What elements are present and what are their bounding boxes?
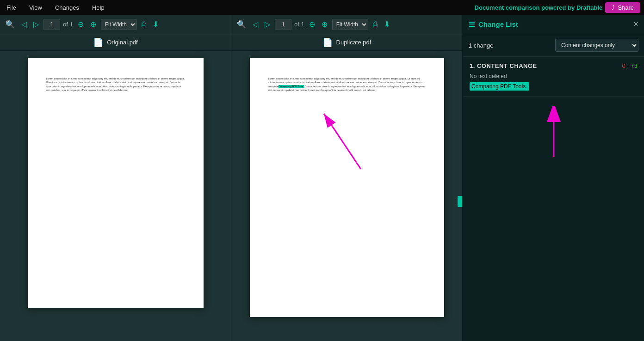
main-layout: 🔍 ◁ ▷ of 1 ⊖ ⊕ Fit Width Fit Page 100% ⎙… [0,15,644,341]
right-zoom-in-icon[interactable]: ⊕ [320,19,329,30]
change-deleted-text: No text deleted [470,73,638,79]
left-pdf-page: Lorem ipsum dolor sit amet, consectetur … [28,58,204,308]
menu-changes[interactable]: Changes [52,2,82,13]
right-pdf-icon: 📄 [322,37,333,48]
left-filename: Original.pdf [107,39,137,46]
change-panel-arrow [463,106,644,161]
change-item-header: 1. CONTENT CHANGE 0 | +3 [470,62,638,69]
right-fit-dropdown[interactable]: Fit Width Fit Page 100% [332,19,368,30]
annotation-arrow [296,95,389,178]
menu-help[interactable]: Help [89,2,107,13]
left-zoom-out-icon[interactable]: ⊖ [76,19,86,30]
right-download-icon[interactable]: ⬇ [382,19,392,30]
left-toolbar: 🔍 ◁ ▷ of 1 ⊖ ⊕ Fit Width Fit Page 100% ⎙… [0,15,231,34]
right-pdf-panel: 🔍 ◁ ▷ of 1 ⊖ ⊕ Fit Width Fit Page 100% ⎙… [231,15,463,341]
menubar-right: Document comparison powered by Draftable… [475,2,640,13]
up-arrow-icon [545,106,563,161]
right-prev-icon[interactable]: ◁ [251,19,260,30]
count-separator: | [627,62,629,69]
change-indicator [458,196,462,207]
left-page-input[interactable] [43,19,60,30]
left-next-icon[interactable]: ▷ [31,19,41,30]
left-print-icon[interactable]: ⎙ [140,19,148,30]
menu-items: File View Changes Help [4,2,107,13]
left-search-icon[interactable]: 🔍 [4,19,17,30]
filter-dropdown[interactable]: Content changes only All changes Style c… [555,39,638,52]
right-zoom-out-icon[interactable]: ⊖ [307,19,317,30]
right-next-icon[interactable]: ▷ [263,19,272,30]
right-pdf-content: Lorem ipsum dolor sit amet, consectetur … [231,51,462,341]
change-panel-header: ☰ Change List × [463,15,644,34]
added-count: +3 [631,62,638,69]
right-of-pages: of 1 [294,21,304,28]
change-list-panel: ☰ Change List × 1 change Content changes… [463,15,644,341]
change-item-title: 1. CONTENT CHANGE [470,62,537,69]
left-download-icon[interactable]: ⬇ [151,19,161,30]
left-lorem-text: Lorem ipsum dolor sit amet, consectetur … [46,77,185,92]
menu-view[interactable]: View [26,2,45,13]
left-pdf-content: Lorem ipsum dolor sit amet, consectetur … [0,51,231,341]
left-fit-dropdown[interactable]: Fit Width Fit Page 100% [101,19,137,30]
list-icon: ☰ [469,20,475,29]
left-pdf-header: 📄 Original.pdf [0,34,231,51]
change-panel-title: ☰ Change List [469,20,518,29]
right-filename: Duplicate.pdf [336,39,372,46]
left-pdf-icon: 📄 [93,37,103,48]
right-pdf-header: 📄 Duplicate.pdf [231,34,462,51]
right-pdf-page: Lorem ipsum dolor sit amet, consectetur … [250,58,444,317]
right-lorem-text: Lorem ipsum dolor sit amet, consectetur … [268,77,426,92]
change-filter-row: 1 change Content changes only All change… [463,34,644,57]
right-print-icon[interactable]: ⎙ [371,19,379,30]
left-zoom-in-icon[interactable]: ⊕ [88,19,98,30]
svg-line-1 [324,114,361,169]
right-toolbar: 🔍 ◁ ▷ of 1 ⊖ ⊕ Fit Width Fit Page 100% ⎙… [231,15,462,34]
change-item-counts: 0 | +3 [622,62,638,69]
deleted-count: 0 [622,62,625,69]
share-icon: ⤴ [612,4,615,11]
left-pdf-panel: 🔍 ◁ ▷ of 1 ⊖ ⊕ Fit Width Fit Page 100% ⎙… [0,15,231,341]
change-count: 1 change [469,42,494,49]
menubar: File View Changes Help Document comparis… [0,0,644,15]
close-panel-button[interactable]: × [633,19,638,29]
right-search-icon[interactable]: 🔍 [235,19,248,30]
menu-file[interactable]: File [4,2,19,13]
left-prev-icon[interactable]: ◁ [19,19,29,30]
powered-text: Document comparison powered by Draftable [475,4,603,11]
change-item-1[interactable]: 1. CONTENT CHANGE 0 | +3 No text deleted… [463,57,644,97]
change-added-text: Comparing PDF Tools. [470,82,529,91]
share-button[interactable]: ⤴ Share [605,2,640,13]
right-page-input[interactable] [275,19,291,30]
left-of-pages: of 1 [63,21,73,28]
highlighted-text: Comparing PDF Tools. [279,85,304,88]
